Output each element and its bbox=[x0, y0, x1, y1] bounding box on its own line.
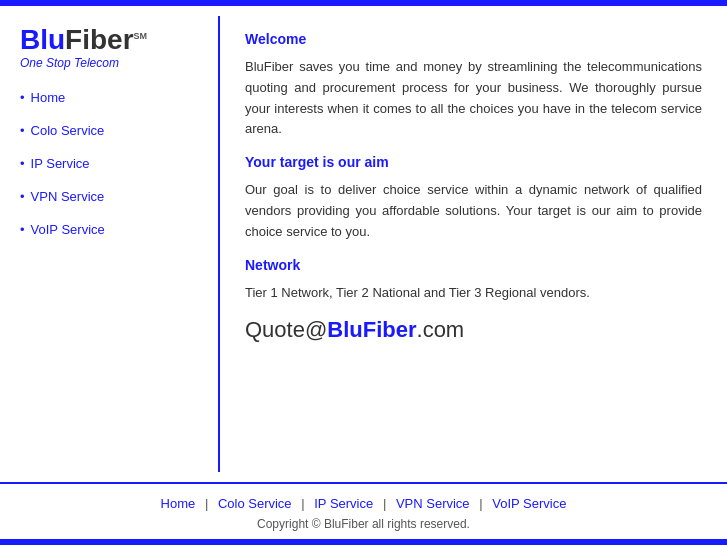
footer-sep-2: | bbox=[301, 496, 304, 511]
footer-sep-1: | bbox=[205, 496, 208, 511]
footer-link-home[interactable]: Home bbox=[161, 496, 196, 511]
nav-link-voip[interactable]: VoIP Service bbox=[31, 222, 105, 237]
nav-link-ip[interactable]: IP Service bbox=[31, 156, 90, 171]
nav-item-voip[interactable]: VoIP Service bbox=[20, 222, 198, 237]
logo-area: BluFiberSM One Stop Telecom bbox=[20, 26, 198, 70]
bottom-bar bbox=[0, 539, 727, 545]
network-body: Tier 1 Network, Tier 2 National and Tier… bbox=[245, 283, 702, 304]
footer-link-voip[interactable]: VoIP Service bbox=[492, 496, 566, 511]
logo-tagline: One Stop Telecom bbox=[20, 56, 198, 70]
nav-item-colo[interactable]: Colo Service bbox=[20, 123, 198, 138]
quote-fiber: Fiber bbox=[363, 317, 417, 342]
footer-nav: Home | Colo Service | IP Service | VPN S… bbox=[0, 496, 727, 511]
logo-fiber: Fiber bbox=[65, 24, 133, 55]
footer-sep-3: | bbox=[383, 496, 386, 511]
footer-sep-4: | bbox=[479, 496, 482, 511]
footer-link-vpn[interactable]: VPN Service bbox=[396, 496, 470, 511]
logo: BluFiberSM bbox=[20, 26, 198, 54]
logo-sm: SM bbox=[134, 31, 148, 41]
nav-list: Home Colo Service IP Service VPN Service… bbox=[20, 90, 198, 237]
nav-link-vpn[interactable]: VPN Service bbox=[31, 189, 105, 204]
nav-item-ip[interactable]: IP Service bbox=[20, 156, 198, 171]
nav-item-vpn[interactable]: VPN Service bbox=[20, 189, 198, 204]
quote-blu: Blu bbox=[327, 317, 362, 342]
nav-link-colo[interactable]: Colo Service bbox=[31, 123, 105, 138]
footer-copyright: Copyright © BluFiber all rights reserved… bbox=[0, 517, 727, 531]
target-body: Our goal is to deliver choice service wi… bbox=[245, 180, 702, 242]
footer-link-colo[interactable]: Colo Service bbox=[218, 496, 292, 511]
sidebar: BluFiberSM One Stop Telecom Home Colo Se… bbox=[0, 16, 220, 472]
quote-prefix: Quote@ bbox=[245, 317, 327, 342]
welcome-heading: Welcome bbox=[245, 31, 702, 47]
content-area: Welcome BluFiber saves you time and mone… bbox=[220, 16, 727, 472]
logo-blu: Blu bbox=[20, 24, 65, 55]
footer: Home | Colo Service | IP Service | VPN S… bbox=[0, 482, 727, 539]
footer-link-ip[interactable]: IP Service bbox=[314, 496, 373, 511]
welcome-body: BluFiber saves you time and money by str… bbox=[245, 57, 702, 140]
quote-line: Quote@BluFiber.com bbox=[245, 317, 702, 343]
target-heading: Your target is our aim bbox=[245, 154, 702, 170]
quote-suffix: .com bbox=[417, 317, 465, 342]
network-heading: Network bbox=[245, 257, 702, 273]
nav-link-home[interactable]: Home bbox=[31, 90, 66, 105]
nav-item-home[interactable]: Home bbox=[20, 90, 198, 105]
